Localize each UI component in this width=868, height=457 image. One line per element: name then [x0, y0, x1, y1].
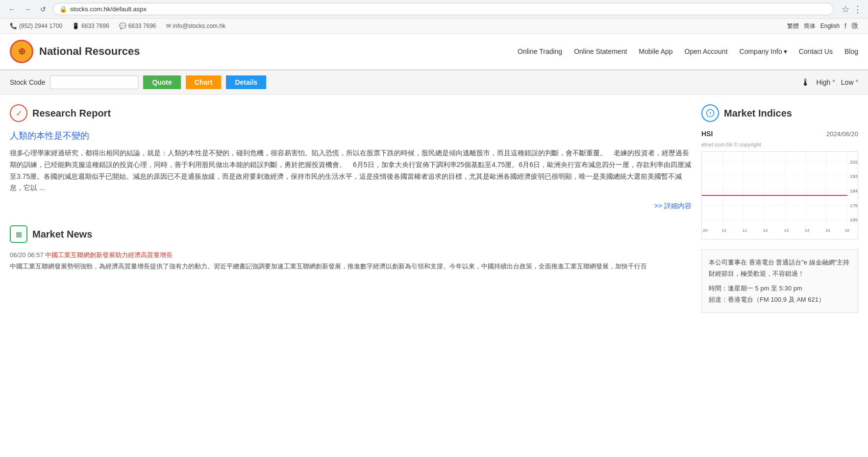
research-report-header: ✓ Research Report	[10, 104, 692, 122]
phone-icon: 📞	[10, 23, 17, 29]
main-content: ✓ Research Report 人類的本性是不變的 很多心理學家經過研究，都…	[0, 95, 868, 323]
svg-text:17509: 17509	[850, 203, 858, 208]
phone-number: (852) 2944 1700	[19, 23, 62, 29]
research-report-title: Research Report	[32, 108, 111, 119]
nav-online-statement[interactable]: Online Statement	[574, 48, 627, 55]
menu-button[interactable]: ⋮	[853, 4, 862, 15]
email-address: info@stocks.com.hk	[173, 23, 226, 29]
svg-text:18430: 18430	[850, 189, 858, 193]
news-item: 06/20 06:57 中國工業互聯網創新發展助力經濟高質量增長 中國工業互聯網…	[10, 251, 692, 272]
news-headline-link[interactable]: 中國工業互聯網創新發展助力經濟高質量增長	[45, 251, 173, 259]
wechat-item: 💬 6633 7696	[119, 23, 156, 29]
phone-item: 📞 (852) 2944 1700	[10, 23, 62, 29]
svg-text:11: 11	[743, 228, 747, 233]
radio-time-text: 時間：逢星期一 5 pm 至 5:30 pm	[709, 283, 851, 294]
back-button[interactable]: ←	[6, 3, 18, 15]
news-body: 中國工業互聯網發展勢明強勁，為經濟高質量增長提供了強有力的動力。習近平總書記強調…	[10, 262, 692, 272]
radio-announcement-box: 本公司董事在 香港電台 普通話台"e 線金融網"主持財經節目，極受歡迎，不容錯過…	[701, 249, 858, 313]
svg-text:10: 10	[721, 228, 726, 233]
low-label: Low °	[841, 78, 858, 86]
article-body: 很多心理學家經過研究，都得出相同的結論，就是：人類的本性是不變的，碰到危機，很容…	[10, 147, 692, 194]
svg-text:14: 14	[805, 228, 810, 233]
weibo-icon[interactable]: 微	[851, 22, 858, 30]
market-indices-section: Market Indices HSI 2024/06/20 etnet.com.…	[701, 104, 858, 240]
thermometer-icon: 🌡	[801, 77, 811, 88]
chevron-down-icon: ▾	[784, 48, 787, 55]
market-news-header: ▦ Market News	[10, 225, 692, 243]
forward-button[interactable]: →	[22, 3, 33, 15]
wechat-number: 6633 7696	[128, 23, 156, 29]
logo-area: ⊕ National Resources	[10, 40, 140, 63]
refresh-button[interactable]: ↺	[37, 3, 49, 15]
contact-bar: 📞 (852) 2944 1700 📱 6633 7696 💬 6633 769…	[0, 19, 868, 34]
main-navigation: Online Trading Online Statement Mobile A…	[518, 48, 858, 55]
radio-channel-text: 頻道：香港電台（FM 100.9 及 AM 621）	[709, 294, 851, 305]
market-news-section: ▦ Market News 06/20 06:57 中國工業互聯網創新發展助力經…	[10, 225, 692, 272]
email-icon: ✉	[166, 23, 171, 29]
site-name: National Resources	[39, 45, 140, 58]
whatsapp-icon: 📱	[72, 23, 79, 29]
svg-text:16587: 16587	[850, 218, 858, 223]
hsi-date: 2024/06/20	[826, 130, 858, 138]
market-indices-title: Market Indices	[724, 108, 792, 119]
nav-online-trading[interactable]: Online Trading	[518, 48, 562, 55]
indices-info: HSI 2024/06/20	[701, 130, 858, 138]
stock-code-label: Stock Code	[10, 78, 45, 86]
lang-traditional[interactable]: 繁體	[787, 22, 799, 30]
email-item: ✉ info@stocks.com.hk	[166, 23, 226, 29]
nav-contact-us[interactable]: Contact Us	[799, 48, 833, 55]
left-panel: ✓ Research Report 人類的本性是不變的 很多心理學家經過研究，都…	[10, 104, 692, 279]
research-icon: ✓	[10, 104, 27, 122]
high-label: High °	[817, 78, 835, 86]
stock-code-input[interactable]	[50, 75, 138, 89]
indices-icon	[701, 104, 719, 122]
lang-english[interactable]: English	[820, 23, 840, 29]
stock-search: Stock Code Quote Chart Details	[10, 75, 266, 89]
svg-text:16: 16	[845, 228, 850, 233]
svg-text:15: 15	[825, 228, 830, 233]
market-news-icon: ▦	[10, 225, 27, 243]
nav-open-account[interactable]: Open Account	[685, 48, 728, 55]
high-low-display: 🌡 High ° Low °	[801, 77, 858, 88]
svg-text:20273: 20273	[850, 160, 858, 165]
whatsapp-item: 📱 6633 7696	[72, 23, 109, 29]
quote-button[interactable]: Quote	[143, 75, 180, 89]
market-news-title: Market News	[32, 229, 92, 240]
nav-company-info[interactable]: Company Info ▾	[740, 48, 787, 55]
whatsapp-number: 6633 7696	[81, 23, 109, 29]
bookmark-button[interactable]: ☆	[842, 4, 849, 15]
contact-info: 📞 (852) 2944 1700 📱 6633 7696 💬 6633 769…	[10, 23, 225, 29]
news-meta: 06/20 06:57 中國工業互聯網創新發展助力經濟高質量增長	[10, 251, 692, 260]
hsi-chart: 20273 19352 18430 17509 16587 09 10 11 1…	[701, 151, 858, 240]
lang-simplified[interactable]: 简体	[804, 22, 816, 30]
radio-intro-text: 本公司董事在 香港電台 普通話台"e 線金融網"主持財經節目，極受歡迎，不容錯過…	[709, 257, 851, 280]
language-switcher: 繁體 简体 English f 微	[787, 22, 858, 30]
copyright-text: etnet.com.hk © copyright	[701, 142, 858, 147]
nav-blog[interactable]: Blog	[844, 48, 858, 55]
read-more-link[interactable]: >> 詳細內容	[10, 202, 692, 211]
chart-svg: 20273 19352 18430 17509 16587 09 10 11 1…	[702, 152, 858, 239]
hsi-label: HSI	[701, 130, 713, 138]
svg-text:13: 13	[784, 228, 789, 233]
svg-text:19352: 19352	[850, 174, 858, 179]
news-time: 06/20 06:57	[10, 251, 44, 259]
facebook-icon[interactable]: f	[844, 22, 846, 30]
right-panel: Market Indices HSI 2024/06/20 etnet.com.…	[701, 104, 858, 313]
svg-text:09: 09	[703, 228, 708, 233]
search-bar: Stock Code Quote Chart Details 🌡 High ° …	[0, 70, 868, 95]
details-button[interactable]: Details	[226, 75, 266, 89]
browser-chrome: ← → ↺ 🔒 stocks.com.hk/default.aspx ☆ ⋮	[0, 0, 868, 19]
wechat-icon: 💬	[119, 23, 126, 29]
svg-text:12: 12	[763, 228, 768, 233]
article-title[interactable]: 人類的本性是不變的	[10, 130, 692, 142]
url-bar[interactable]: 🔒 stocks.com.hk/default.aspx	[53, 3, 834, 15]
nav-mobile-app[interactable]: Mobile App	[639, 48, 672, 55]
chart-button[interactable]: Chart	[186, 75, 222, 89]
url-text: stocks.com.hk/default.aspx	[70, 5, 827, 13]
market-indices-header: Market Indices	[701, 104, 858, 122]
logo-icon: ⊕	[10, 40, 33, 63]
site-header: ⊕ National Resources Online Trading Onli…	[0, 34, 868, 70]
